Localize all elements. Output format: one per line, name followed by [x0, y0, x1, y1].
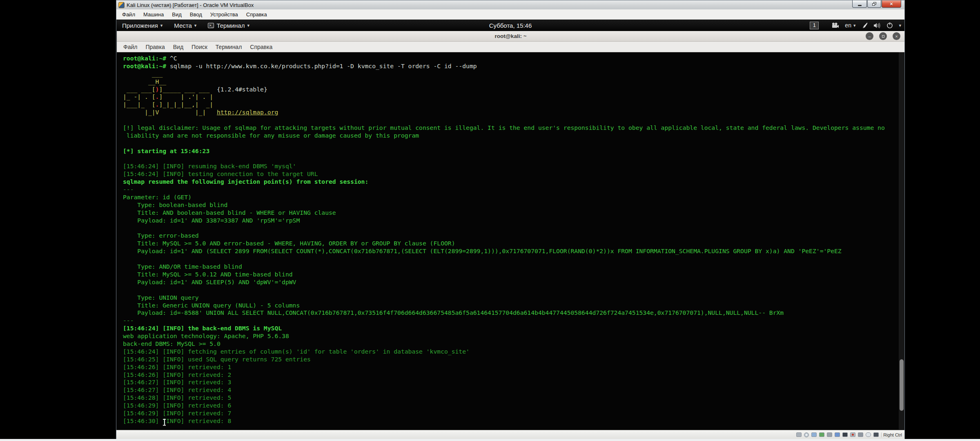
terminal-line: [15:46:27] [INFO] retrieved: 3 — [123, 379, 904, 386]
terminal-line: sqlmap resumed the following injection p… — [123, 178, 904, 186]
close-button[interactable]: × — [882, 0, 901, 8]
places-menu[interactable]: Места ▾ — [168, 20, 202, 31]
terminal-line: Title: Generic UNION query (NULL) - 5 co… — [123, 302, 904, 310]
terminal-line: [15:46:29] [INFO] retrieved: 7 — [123, 410, 904, 417]
terminal-minimize-button[interactable]: – — [866, 32, 873, 40]
virtualbox-app-icon — [118, 2, 125, 8]
applications-label: Приложения — [122, 22, 158, 29]
panel-clock[interactable]: Суббота, 15:46 — [489, 22, 532, 29]
mouse-icon[interactable] — [866, 432, 871, 437]
terminal-titlebar[interactable]: root@kali: ~ – × — [117, 31, 904, 42]
scrollbar-thumb[interactable] — [900, 359, 904, 411]
terminal-line: root@kali:~# sqlmap -u http://www.kvm.co… — [123, 62, 904, 70]
terminal-line — [123, 155, 904, 163]
workspace-indicator[interactable]: 1 — [810, 22, 819, 29]
terminal-line: Type: error-based — [123, 232, 904, 240]
terminal-viewport[interactable]: root@kali:~# ^Croot@kali:~# sqlmap -u ht… — [117, 52, 904, 430]
optical-disk-icon[interactable] — [804, 432, 809, 437]
terminal-line: Title: AND boolean-based blind - WHERE o… — [123, 209, 904, 217]
keyboard-icon[interactable] — [873, 432, 879, 437]
terminal-line: Title: MySQL >= 5.0 AND error-based - WH… — [123, 240, 904, 247]
terminal-line: --- — [123, 317, 904, 325]
terminal-line: Parameter: id (GET) — [123, 194, 904, 201]
screencast-icon[interactable] — [832, 22, 839, 28]
power-icon[interactable] — [886, 22, 893, 29]
virtualbox-window-title: Kali Linux (чистая) [Работает] - Oracle … — [127, 2, 254, 8]
terminal-menu-item-3[interactable]: Поиск — [187, 42, 212, 51]
panel-right-group: 1 en ▾ — [810, 20, 901, 31]
terminal-menu-label: Терминал — [216, 22, 245, 29]
keyboard-layout-indicator[interactable]: en ▾ — [845, 22, 855, 29]
terminal-line: web application technology: Apache, PHP … — [123, 332, 904, 340]
terminal-line: Title: MySQL >= 5.0.12 AND time-based bl… — [123, 271, 904, 278]
audio-icon[interactable] — [811, 432, 817, 437]
host-desktop: Kali Linux (чистая) [Работает] - Oracle … — [0, 0, 980, 441]
usb-icon[interactable] — [827, 432, 832, 437]
terminal-line: [15:46:24] [INFO] resuming back-end DBMS… — [123, 163, 904, 170]
terminal-window: root@kali: ~ – × ФайлПравкаВидПоискТерми — [117, 31, 904, 430]
applications-menu[interactable]: Приложения ▾ — [116, 20, 168, 31]
terminal-menu-item-5[interactable]: Справка — [246, 42, 276, 51]
virtualbox-titlebar[interactable]: Kali Linux (чистая) [Работает] - Oracle … — [116, 0, 904, 9]
close-icon: × — [890, 1, 893, 7]
video-capture-icon[interactable] — [850, 432, 855, 437]
terminal-line: Payload: id=1' AND (SELECT 2899 FROM(SEL… — [123, 247, 904, 255]
hard-disk-icon[interactable] — [796, 432, 802, 437]
minimize-button[interactable] — [852, 0, 867, 8]
vbox-menu-item-5[interactable]: Справка — [242, 10, 271, 19]
network-icon[interactable] — [819, 432, 824, 437]
terminal-line: Type: UNION query — [123, 294, 904, 302]
terminal-menu-item-4[interactable]: Терминал — [212, 42, 246, 51]
terminal-line: [15:46:29] [INFO] retrieved: 6 — [123, 402, 904, 410]
terminal-maximize-button[interactable] — [879, 32, 887, 40]
terminal-scrollbar[interactable] — [899, 52, 904, 430]
terminal-line: --- — [123, 186, 904, 194]
terminal-line: [15:46:28] [INFO] retrieved: 5 — [123, 394, 904, 402]
vbox-menu-item-4[interactable]: Устройства — [206, 10, 242, 19]
close-icon: × — [895, 34, 898, 39]
terminal-line: root@kali:~# ^C — [123, 55, 904, 62]
window-controls: × — [852, 0, 901, 8]
terminal-line: [15:46:30] [INFO] retrieved: 8 — [123, 417, 904, 425]
vbox-menu-item-2[interactable]: Вид — [168, 10, 186, 19]
terminal-line: [15:46:26] [INFO] retrieved: 1 — [123, 363, 904, 371]
terminal-line — [123, 140, 904, 147]
terminal-menu-item-0[interactable]: Файл — [119, 42, 141, 51]
vbox-menu-item-0[interactable]: Файл — [118, 10, 139, 19]
terminal-icon: >_ — [208, 23, 214, 28]
caret-down-icon: ▾ — [247, 23, 249, 28]
terminal-line: Type: boolean-based blind — [123, 201, 904, 209]
terminal-line: |_ -| . [.] | .'| . | — [123, 93, 904, 101]
caret-down-icon: ▾ — [853, 23, 856, 28]
terminal-window-controls: – × — [866, 32, 900, 40]
terminal-menu-item-1[interactable]: Правка — [141, 42, 169, 51]
minimize-icon — [858, 5, 862, 6]
terminal-line: [15:46:26] [INFO] retrieved: 2 — [123, 371, 904, 379]
kali-top-panel: Приложения ▾ Места ▾ >_ Терминал ▾ Суббо… — [116, 20, 904, 31]
terminal-line: [15:46:24] [INFO] the back-end DBMS is M… — [123, 325, 904, 332]
terminal-line: [15:46:24] [INFO] fetching entries of co… — [123, 348, 904, 356]
terminal-line: ___ ___[)]_____ ___ ___ {1.2.4#stable} — [123, 86, 904, 94]
caret-down-icon[interactable]: ▾ — [899, 23, 901, 28]
vm-screen: Приложения ▾ Места ▾ >_ Терминал ▾ Суббо… — [116, 20, 904, 430]
input-method-icon[interactable] — [861, 22, 868, 29]
volume-icon[interactable] — [873, 22, 881, 29]
terminal-line: liability and are not responsible for an… — [123, 132, 904, 140]
shared-folders-icon[interactable] — [835, 432, 840, 437]
terminal-title: root@kali: ~ — [494, 33, 526, 39]
terminal-line — [123, 255, 904, 263]
keyboard-layout-label: en — [845, 22, 851, 29]
terminal-line: ___ — [123, 70, 904, 78]
terminal-app-menu[interactable]: >_ Терминал ▾ — [202, 20, 255, 31]
terminal-line — [123, 116, 904, 124]
display-icon[interactable] — [842, 432, 848, 437]
features-icon[interactable] — [858, 432, 863, 437]
terminal-close-button[interactable]: × — [893, 32, 900, 40]
terminal-menubar: ФайлПравкаВидПоискТерминалСправка — [117, 42, 904, 52]
restore-button[interactable] — [867, 0, 881, 8]
caret-down-icon: ▾ — [194, 23, 197, 28]
virtualbox-statusbar: Right Ctrl — [116, 430, 904, 439]
terminal-menu-item-2[interactable]: Вид — [169, 42, 187, 51]
vbox-menu-item-3[interactable]: Ввод — [186, 10, 206, 19]
vbox-menu-item-1[interactable]: Машина — [139, 10, 168, 19]
